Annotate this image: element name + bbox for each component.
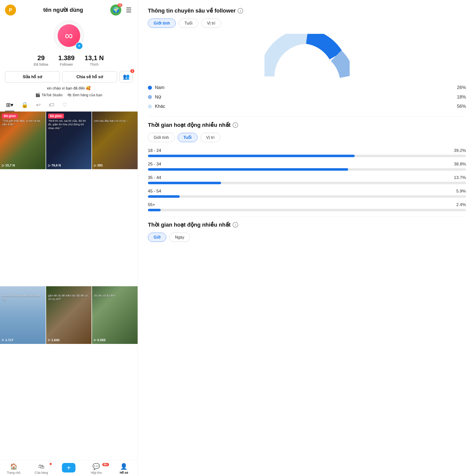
- stats-row: 29 Đã follow 1.389 Follower 13,1 N Thích: [0, 51, 138, 67]
- order-link[interactable]: 🛍 Đơn hàng của bạn: [67, 92, 102, 97]
- bottom-section-title: Thời gian hoạt động nhiều nhất i: [148, 222, 466, 228]
- p-icon: P: [5, 5, 16, 16]
- bio-section: xin chào vì bạn đã đến 🥰 🎬 TikTok Studio…: [0, 86, 138, 99]
- pinned-badge-1: Đã ghim: [2, 114, 18, 119]
- age-row-35-44: 35 - 44 13.7%: [148, 175, 466, 184]
- video-cell-4[interactable]: xa anh em phải hạnh phúc nhé =))) ▷ 1.71…: [0, 286, 46, 344]
- gender-legend: Nam 26% Nữ 18% Khác 56%: [148, 85, 466, 109]
- nav-inbox[interactable]: 💬 Hộp thư 99+: [82, 463, 110, 474]
- nav-add[interactable]: +: [55, 463, 83, 474]
- follower-tab-gender[interactable]: Giới tính: [148, 19, 176, 28]
- age-label-35-44: 35 - 44: [148, 175, 161, 180]
- video-cell-1[interactable]: Đã ghim "Thế giới thật đẹp, vì me và ba …: [0, 112, 46, 169]
- action-buttons: Sửa hồ sơ Chia sẻ hồ sơ 👥 2: [0, 67, 138, 86]
- shop-dot: [50, 463, 52, 465]
- age-label-55plus: 55+: [148, 202, 155, 207]
- nav-shop[interactable]: 🛍 Cửa hàng: [28, 463, 55, 474]
- bottom-section: Thời gian hoạt động nhiều nhất i Giờ Ngà…: [148, 222, 466, 242]
- follower-insights-section: Thông tin chuyên sâu về follower i Giới …: [148, 8, 466, 109]
- tab-repost[interactable]: ↩: [35, 99, 42, 111]
- time-tab-hour[interactable]: Giờ: [148, 233, 166, 242]
- profile-header: P tên người dùng 🌍 15 ☰: [0, 0, 138, 18]
- globe-icon[interactable]: 🌍 15: [110, 5, 121, 16]
- tiktok-studio-link[interactable]: 🎬 TikTok Studio: [35, 92, 63, 97]
- video-cell-6[interactable]: tôi yêu cô ấy lắm ▷ 5.555: [92, 286, 138, 344]
- follower-section-title: Thông tin chuyên sâu về follower i: [148, 8, 466, 14]
- play-icon-6: ▷: [94, 338, 96, 342]
- shop-icon: 🛍: [38, 463, 44, 470]
- tab-grid[interactable]: ⊞▾: [5, 99, 14, 111]
- nav-inbox-label: Hộp thư: [91, 471, 102, 474]
- edit-profile-button[interactable]: Sửa hồ sơ: [5, 71, 60, 82]
- following-stat: 29 Đã follow: [34, 54, 48, 66]
- donut-chart: [264, 34, 350, 79]
- play-icon-5: ▷: [48, 338, 50, 342]
- likes-stat: 13,1 N Thích: [85, 54, 104, 66]
- inbox-badge: 99+: [102, 463, 109, 466]
- female-pct: 18%: [457, 94, 466, 100]
- age-row-18-24: 18 - 24 39.2%: [148, 148, 466, 157]
- username-display: tên người dùng: [16, 7, 110, 13]
- video-caption-3: cmt vào đây bạn cô có ny --: [94, 119, 136, 123]
- bottom-info-icon[interactable]: i: [233, 222, 238, 228]
- legend-female: Nữ 18%: [148, 94, 466, 100]
- add-friend-button[interactable]: 👥 2: [120, 71, 133, 82]
- other-label: Khác: [155, 104, 165, 109]
- tiktok-studio-icon: 🎬: [35, 92, 40, 97]
- male-label: Nam: [155, 85, 164, 90]
- followers-label: Follower: [60, 62, 73, 66]
- male-pct: 26%: [457, 85, 466, 90]
- age-pct-18-24: 39.2%: [454, 148, 466, 153]
- age-header-35-44: 35 - 44 13.7%: [148, 175, 466, 180]
- video-cell-3[interactable]: cmt vào đây bạn cô có ny -- ▷ 391: [92, 112, 138, 169]
- tiktok-studio-label: TikTok Studio: [42, 93, 63, 97]
- menu-icon[interactable]: ☰: [125, 6, 133, 14]
- age-row-55plus: 55+ 2.4%: [148, 202, 466, 211]
- bar-track-35-44: [148, 182, 466, 184]
- bottom-nav: 🏠 Trang chủ 🛍 Cửa hàng + 💬 Hộp thư 99+ 👤…: [0, 460, 138, 476]
- age-pct-35-44: 13.7%: [454, 175, 466, 180]
- tab-liked[interactable]: ♡: [61, 99, 68, 111]
- activity-info-icon[interactable]: i: [233, 122, 238, 128]
- profile-nav-icon: 👤: [120, 463, 128, 470]
- activity-tab-location[interactable]: Vị trí: [201, 133, 220, 142]
- content-tabs: ⊞▾ 🔒 ↩ 🏷 ♡: [0, 99, 138, 112]
- order-icon: 🛍: [67, 93, 71, 97]
- nav-profile[interactable]: 👤 Hồ sơ: [110, 463, 138, 474]
- legend-male: Nam 26%: [148, 85, 466, 90]
- bar-track-55plus: [148, 209, 466, 211]
- video-cell-2[interactable]: Đã ghim "Nhớ thì nói, sai thì sửa, đòi t…: [46, 112, 92, 169]
- male-dot: [148, 86, 152, 90]
- follower-info-icon[interactable]: i: [238, 8, 243, 14]
- video-views-2: ▷ 79,6 N: [48, 163, 61, 167]
- activity-tab-gender[interactable]: Giới tính: [148, 133, 175, 142]
- share-profile-button[interactable]: Chia sẻ hồ sơ: [62, 71, 117, 82]
- play-icon-1: ▷: [2, 164, 4, 167]
- play-icon-3: ▷: [94, 164, 96, 167]
- video-cell-5[interactable]: gần tết rồi đế kiến tốc độ đế có 10 ny n…: [46, 286, 92, 344]
- activity-tab-age[interactable]: Tuổi: [178, 133, 198, 142]
- donut-chart-container: [148, 34, 466, 79]
- donut-male-segment: [307, 36, 336, 56]
- age-pct-45-54: 5.9%: [456, 189, 466, 194]
- globe-badge: 15: [118, 4, 122, 7]
- right-panel: Thông tin chuyên sâu về follower i Giới …: [138, 0, 476, 476]
- video-views-3: ▷ 391: [94, 163, 103, 167]
- age-header-18-24: 18 - 24 39.2%: [148, 148, 466, 153]
- add-avatar-button[interactable]: +: [75, 42, 83, 50]
- age-header-45-54: 45 - 54 5.9%: [148, 189, 466, 194]
- inbox-icon: 💬: [92, 463, 100, 470]
- video-caption-4: xa anh em phải hạnh phúc nhé =))): [2, 294, 44, 301]
- nav-home[interactable]: 🏠 Trang chủ: [0, 463, 28, 474]
- nav-home-label: Trang chủ: [7, 471, 21, 474]
- tab-private[interactable]: 🔒: [20, 99, 29, 111]
- follower-tab-location[interactable]: Vị trí: [201, 19, 221, 28]
- time-tab-day[interactable]: Ngày: [169, 233, 190, 242]
- follower-tab-age[interactable]: Tuổi: [179, 19, 198, 28]
- likes-label: Thích: [90, 62, 99, 66]
- tab-tagged[interactable]: 🏷: [48, 99, 55, 111]
- following-label: Đã follow: [34, 62, 48, 66]
- video-caption-2: "Nhớ thì nói, sai thì sửa, đòi thì đó, g…: [48, 119, 90, 130]
- video-caption-6: tôi yêu cô ấy lắm: [94, 294, 136, 297]
- add-button[interactable]: +: [62, 463, 75, 472]
